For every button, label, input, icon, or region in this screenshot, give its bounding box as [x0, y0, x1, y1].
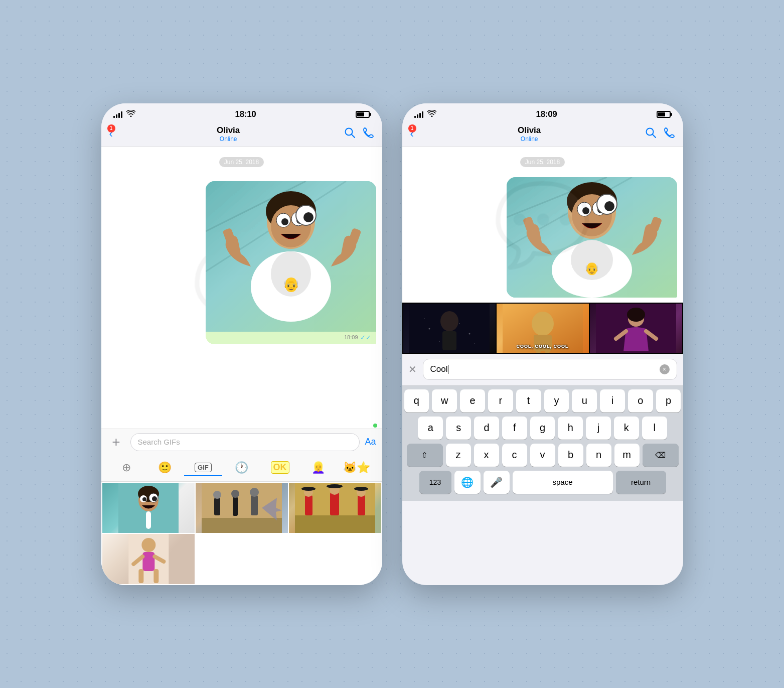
- message-gif-right: 👴: [507, 177, 677, 298]
- key-n[interactable]: n: [586, 444, 611, 467]
- svg-point-77: [439, 341, 440, 342]
- svg-point-63: [582, 207, 589, 214]
- key-l[interactable]: l: [642, 417, 667, 440]
- message-gif: 👴: [206, 181, 376, 332]
- key-o[interactable]: o: [628, 389, 653, 412]
- key-b[interactable]: b: [558, 444, 583, 467]
- svg-rect-51: [153, 569, 159, 583]
- gif-search-input[interactable]: Search GIFs: [130, 433, 360, 451]
- signal-bar-2: [116, 114, 117, 118]
- key-d[interactable]: d: [474, 417, 499, 440]
- key-k[interactable]: k: [614, 417, 639, 440]
- gif-result-cool[interactable]: COOL, COOL, COOL COOL, COOL, COOL: [497, 304, 589, 353]
- sticker-tab-cat[interactable]: 🐱⭐: [338, 458, 376, 478]
- svg-point-14: [303, 212, 313, 222]
- sticker-tab-add[interactable]: ⊕: [107, 458, 146, 478]
- sticker-tabs: ⊕ 🙂 GIF 🕐 OK 👱‍♀️ 🐱⭐: [101, 455, 382, 482]
- sticker-tab-ok[interactable]: OK: [261, 458, 299, 478]
- shift-key[interactable]: ⇧: [407, 444, 443, 467]
- search-icon-right[interactable]: [645, 127, 656, 141]
- message-bubble-right: 👴: [507, 177, 677, 298]
- cursor: [448, 365, 448, 374]
- gif-thumbs-guy[interactable]: [102, 483, 195, 533]
- contact-name: Olivia: [217, 125, 240, 135]
- key-h[interactable]: h: [558, 417, 583, 440]
- delete-key[interactable]: ⌫: [643, 444, 679, 467]
- gif-grid: [101, 482, 382, 585]
- cancel-search-button[interactable]: ✕: [408, 363, 417, 375]
- svg-rect-49: [142, 552, 154, 571]
- gif-result-purple[interactable]: [590, 304, 682, 353]
- bottom-toolbar: + Search GIFs Aa ⊕ 🙂 GIF 🕐 OK 👱‍♀️ 🐱⭐: [101, 429, 382, 585]
- key-c[interactable]: c: [502, 444, 527, 467]
- key-w[interactable]: w: [432, 389, 457, 412]
- key-q[interactable]: q: [404, 389, 429, 412]
- phone-icon-right[interactable]: [664, 127, 675, 141]
- key-j[interactable]: j: [586, 417, 611, 440]
- plus-button[interactable]: +: [107, 433, 125, 451]
- gif-result-dark[interactable]: [403, 304, 496, 353]
- sticker-tab-emoji[interactable]: 🙂: [145, 458, 184, 478]
- nav-center-right: Olivia Online: [414, 125, 645, 143]
- key-m[interactable]: m: [614, 444, 640, 467]
- nav-bar-left: 1 ‹ Olivia Online: [101, 122, 382, 147]
- gif-mariachis[interactable]: [289, 483, 381, 533]
- svg-rect-42: [358, 495, 365, 515]
- status-right-left: [356, 111, 370, 118]
- svg-rect-50: [138, 569, 143, 583]
- gif-row-1: [102, 483, 381, 533]
- search-placeholder: Search GIFs: [138, 438, 180, 446]
- key-g[interactable]: g: [530, 417, 555, 440]
- numbers-key[interactable]: 123: [419, 471, 451, 494]
- key-v[interactable]: v: [530, 444, 555, 467]
- phone-icon[interactable]: [363, 127, 374, 141]
- signal-bar-3: [419, 113, 421, 118]
- search-icon[interactable]: [344, 127, 355, 141]
- mic-key[interactable]: 🎤: [484, 471, 510, 494]
- phone-left: 18:10 1 ‹ Olivia Online: [101, 103, 382, 585]
- status-right-right: [657, 111, 671, 118]
- back-button[interactable]: 1 ‹: [109, 128, 113, 140]
- nav-bar-right: 1 ‹ Olivia Online: [402, 122, 683, 147]
- key-y[interactable]: y: [544, 389, 569, 412]
- key-s[interactable]: s: [446, 417, 471, 440]
- key-z[interactable]: z: [446, 444, 471, 467]
- svg-text:👴: 👴: [282, 276, 299, 293]
- gif-cowboys[interactable]: [196, 483, 288, 533]
- svg-point-76: [468, 333, 470, 334]
- key-i[interactable]: i: [600, 389, 625, 412]
- key-r[interactable]: r: [488, 389, 513, 412]
- svg-point-66: [604, 201, 614, 211]
- key-p[interactable]: p: [656, 389, 681, 412]
- key-f[interactable]: f: [502, 417, 527, 440]
- svg-point-44: [301, 487, 316, 491]
- key-x[interactable]: x: [474, 444, 499, 467]
- gif-search-field[interactable]: Cool ×: [423, 359, 677, 380]
- input-row: + Search GIFs Aa: [101, 429, 382, 455]
- date-container-right: Jun 25, 2018: [402, 147, 683, 177]
- gif-thumbs-svg: 👴: [206, 181, 376, 332]
- key-e[interactable]: e: [460, 389, 485, 412]
- sticker-tab-girl[interactable]: 👱‍♀️: [299, 458, 338, 478]
- key-a[interactable]: a: [418, 417, 443, 440]
- search-clear-button[interactable]: ×: [660, 364, 670, 374]
- space-key[interactable]: space: [513, 471, 613, 494]
- sticker-tab-recent[interactable]: 🕐: [222, 458, 261, 478]
- online-indicator: [372, 423, 378, 429]
- status-bar-left: 18:10: [101, 103, 382, 122]
- signal-bar-3: [118, 113, 120, 118]
- return-key[interactable]: return: [616, 471, 666, 494]
- battery-fill-right: [658, 112, 665, 116]
- back-button-right[interactable]: 1 ‹: [410, 128, 414, 140]
- nav-actions-right: [645, 127, 675, 141]
- sticker-tab-gif[interactable]: GIF: [184, 460, 223, 476]
- key-t[interactable]: t: [516, 389, 541, 412]
- svg-point-78: [459, 323, 460, 324]
- text-mode-button[interactable]: Aa: [365, 437, 376, 447]
- search-row: ✕ Cool ×: [402, 354, 683, 385]
- gif-girl-dance[interactable]: [102, 534, 195, 584]
- key-u[interactable]: u: [572, 389, 597, 412]
- globe-key[interactable]: 🌐: [454, 471, 481, 494]
- svg-point-48: [141, 538, 155, 552]
- svg-text:👴: 👴: [584, 261, 599, 276]
